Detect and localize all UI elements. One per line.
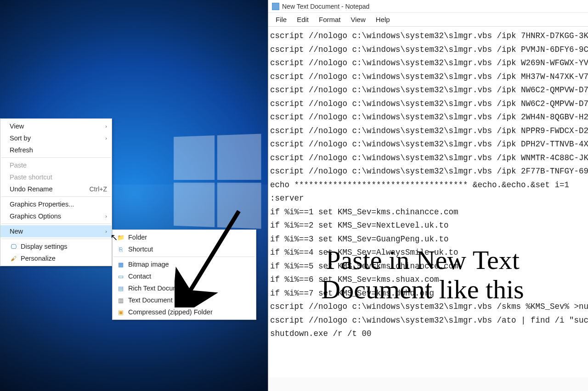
menu-separator [1,157,111,158]
menu-label: Text Document [128,296,173,304]
menu-label: Graphics Properties... [10,201,74,208]
menu-separator [1,196,111,197]
menu-paste: Paste [0,159,112,171]
menu-view[interactable]: View [346,14,370,25]
menu-label: Display settings [21,243,68,250]
menu-label: View [10,123,24,130]
text-document-icon: ▥ [117,296,124,304]
contact-icon: ▭ [117,273,124,280]
menu-label: Contact [128,273,151,280]
notepad-icon [272,3,279,10]
menu-shortcut: Ctrl+Z [90,185,107,193]
menu-label: Paste shortcut [10,173,52,181]
svg-line-0 [188,211,239,294]
display-icon: 🖵 [10,243,17,250]
status-bar [268,377,588,391]
menu-refresh[interactable]: Refresh [0,144,112,156]
menu-view[interactable]: View › [0,120,112,132]
menu-label: Personalize [21,255,56,262]
menu-label: Graphics Options [10,212,61,220]
chevron-right-icon: › [105,213,107,219]
notepad-titlebar[interactable]: New Text Document - Notepad [268,0,588,13]
menu-separator [1,239,111,239]
menu-label: Sort by [10,134,31,142]
notepad-window: New Text Document - Notepad File Edit Fo… [268,0,588,391]
menu-label: Bitmap image [128,261,169,268]
menu-graphics-options[interactable]: Graphics Options › [0,210,112,222]
menu-format[interactable]: Format [314,14,345,25]
personalize-icon: 🖌 [10,255,17,262]
chevron-right-icon: › [105,135,107,141]
menu-label: New [10,228,23,235]
menu-help[interactable]: Help [371,14,395,25]
annotation-arrow-icon [175,207,257,307]
windows-desktop[interactable]: View › Sort by › Refresh Paste Paste sho… [0,0,268,391]
menu-personalize[interactable]: 🖌 Personalize [0,252,112,264]
menu-label: Shortcut [128,246,153,253]
notepad-menubar: File Edit Format View Help [268,13,588,27]
chevron-right-icon: › [105,229,107,234]
menu-paste-shortcut: Paste shortcut [0,171,112,183]
chevron-right-icon: › [105,123,107,129]
desktop-context-menu: View › Sort by › Refresh Paste Paste sho… [0,118,112,266]
submenu-compressed-folder[interactable]: ▣ Compressed (zipped) Folder [113,306,256,318]
folder-icon: 📁 [117,234,124,241]
zip-folder-icon: ▣ [117,308,124,316]
bitmap-icon: ▦ [117,261,124,268]
menu-label: Refresh [10,146,33,154]
menu-display-settings[interactable]: 🖵 Display settings [0,240,112,252]
menu-sort-by[interactable]: Sort by › [0,132,112,144]
menu-file[interactable]: File [271,14,291,25]
shortcut-icon: ⎘ [117,246,124,253]
annotation-text: Paste in New Text Document like this [280,246,565,304]
menu-undo-rename[interactable]: Undo Rename Ctrl+Z [0,183,112,195]
menu-label: Paste [10,162,27,169]
mouse-cursor-icon: ↖ [110,232,118,243]
menu-graphics-properties[interactable]: Graphics Properties... [0,198,112,210]
document-icon: ▤ [117,285,124,292]
menu-separator [1,223,111,224]
menu-edit[interactable]: Edit [292,14,313,25]
menu-label: Folder [128,234,147,241]
menu-new[interactable]: New › [0,225,112,237]
window-title: New Text Document - Notepad [282,3,369,10]
menu-label: Compressed (zipped) Folder [128,308,213,316]
menu-label: Undo Rename [10,185,53,193]
